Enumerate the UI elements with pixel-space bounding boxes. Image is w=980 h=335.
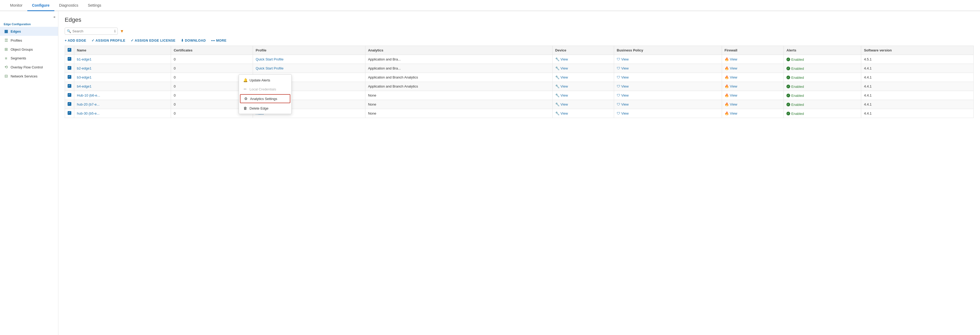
sidebar-item-edges[interactable]: ▦Edges: [0, 27, 58, 36]
row-analytics: None: [365, 91, 552, 100]
business-policy-header: Business Policy: [614, 46, 722, 55]
row-firewall: 🔥 View: [722, 109, 784, 118]
sidebar-item-object-groups[interactable]: ⊞Object Groups: [0, 45, 58, 54]
firewall-view-btn[interactable]: 🔥 View: [725, 66, 737, 70]
row-firewall: 🔥 View: [722, 64, 784, 73]
row-business-policy: 🛡 View: [614, 91, 722, 100]
sidebar-item-network-services[interactable]: ⊟Network Services: [0, 72, 58, 81]
top-nav-item-settings[interactable]: Settings: [83, 0, 106, 11]
edges-table: Name Certificates Profile Analytics Devi…: [65, 46, 974, 118]
download-button[interactable]: ⬇ DOWNLOAD: [181, 38, 206, 42]
row-name-link[interactable]: hub-30 (b5-e...: [77, 112, 99, 115]
alerts-enabled-badge: ✓ Enabled: [786, 67, 804, 70]
row-business-policy: 🛡 View: [614, 73, 722, 82]
top-nav-item-configure[interactable]: Configure: [27, 0, 54, 11]
sidebar-item-profiles[interactable]: ☰Profiles: [0, 36, 58, 45]
row-name-link[interactable]: b2-edge1: [77, 66, 91, 70]
business-policy-view-btn[interactable]: 🛡 View: [617, 57, 629, 61]
sidebar-item-segments[interactable]: ≡Segments: [0, 54, 58, 62]
enabled-dot: ✓: [786, 103, 790, 106]
row-profile: Quick Start Profile: [253, 64, 365, 73]
collapse-icon[interactable]: «: [54, 15, 56, 19]
shield-icon: 🛡: [617, 66, 620, 70]
row-checkbox[interactable]: [68, 84, 71, 88]
row-analytics: Application and Branch Analytics: [365, 73, 552, 82]
row-name-link[interactable]: Hub-10 (b6-e...: [77, 93, 100, 97]
row-alerts: ✓ Enabled: [784, 109, 861, 118]
row-name-link[interactable]: b3-edge1: [77, 75, 91, 79]
filter-icon[interactable]: ▼: [120, 29, 124, 34]
row-profile-link[interactable]: Quick Start Profile: [256, 57, 283, 61]
row-name-link[interactable]: b1-edge1: [77, 57, 91, 61]
top-nav-item-monitor[interactable]: Monitor: [5, 0, 27, 11]
business-policy-view-btn[interactable]: 🛡 View: [617, 85, 629, 88]
row-profile-link[interactable]: Quick Start Profile: [256, 66, 283, 70]
business-policy-view-btn[interactable]: 🛡 View: [617, 112, 629, 115]
row-checkbox[interactable]: [68, 57, 71, 61]
row-name-link[interactable]: b4-edge1: [77, 85, 91, 88]
device-view-btn[interactable]: 🔧 View: [555, 57, 568, 61]
business-policy-view-btn[interactable]: 🛡 View: [617, 66, 629, 70]
device-view-btn[interactable]: 🔧 View: [555, 75, 568, 79]
table-row: b1-edge10Quick Start ProfileApplication …: [65, 55, 974, 64]
business-policy-view-btn[interactable]: 🛡 View: [617, 93, 629, 97]
firewall-view-btn[interactable]: 🔥 View: [725, 93, 737, 97]
row-checkbox[interactable]: [68, 75, 71, 79]
row-name: b3-edge1: [74, 73, 171, 82]
device-view-btn[interactable]: 🔧 View: [555, 85, 568, 88]
row-name: hub-30 (b5-e...: [74, 109, 171, 118]
row-checkbox[interactable]: [68, 93, 71, 97]
select-all-checkbox[interactable]: [68, 48, 71, 52]
row-checkbox[interactable]: [68, 102, 71, 106]
context-dropdown-menu: 🔔Update Alerts✏Local Credentials⚙Analyti…: [239, 74, 292, 114]
device-view-btn[interactable]: 🔧 View: [555, 93, 568, 97]
device-view-btn[interactable]: 🔧 View: [555, 102, 568, 106]
dropdown-item-update-alerts[interactable]: 🔔Update Alerts: [239, 76, 291, 85]
row-device: 🔧 View: [552, 100, 614, 109]
fire-icon: 🔥: [725, 57, 729, 61]
firewall-view-btn[interactable]: 🔥 View: [725, 112, 737, 115]
row-checkbox[interactable]: [68, 66, 71, 70]
assign-profile-button[interactable]: ✓ ASSIGN PROFILE: [91, 38, 126, 42]
fire-icon: 🔥: [725, 112, 729, 115]
search-input[interactable]: [65, 27, 118, 35]
shield-icon: 🛡: [617, 112, 620, 115]
fire-icon: 🔥: [725, 66, 729, 70]
row-device: 🔧 View: [552, 109, 614, 118]
firewall-view-btn[interactable]: 🔥 View: [725, 57, 737, 61]
row-alerts: ✓ Enabled: [784, 91, 861, 100]
dropdown-item-label-delete-edge: Delete Edge: [250, 106, 269, 110]
dropdown-item-delete-edge[interactable]: 🗑Delete Edge: [239, 104, 291, 113]
info-icon[interactable]: ℹ: [114, 29, 116, 33]
device-view-btn[interactable]: 🔧 View: [555, 66, 568, 70]
row-alerts: ✓ Enabled: [784, 55, 861, 64]
wrench-icon: 🔧: [555, 75, 560, 79]
firewall-view-btn[interactable]: 🔥 View: [725, 75, 737, 79]
row-certificates: 0: [171, 64, 253, 73]
business-policy-view-btn[interactable]: 🛡 View: [617, 75, 629, 79]
device-view-btn[interactable]: 🔧 View: [555, 112, 568, 115]
more-button[interactable]: ••• MORE: [211, 39, 226, 42]
business-policy-view-btn[interactable]: 🛡 View: [617, 102, 629, 106]
firewall-view-btn[interactable]: 🔥 View: [725, 102, 737, 106]
top-nav-item-diagnostics[interactable]: Diagnostics: [54, 0, 83, 11]
row-checkbox[interactable]: [68, 111, 71, 115]
row-checkbox-cell: [65, 73, 74, 82]
row-name-link[interactable]: hub-20 (b7-e...: [77, 102, 99, 106]
shield-icon: 🛡: [617, 75, 620, 79]
row-device: 🔧 View: [552, 82, 614, 91]
sidebar-item-label-object-groups: Object Groups: [11, 48, 33, 51]
add-edge-button[interactable]: + ADD EDGE: [65, 39, 86, 42]
profile-header: Profile: [253, 46, 365, 55]
enabled-dot: ✓: [786, 94, 790, 97]
sidebar-item-label-network-services: Network Services: [11, 74, 37, 78]
alerts-header: Alerts: [784, 46, 861, 55]
sidebar-collapse-btn[interactable]: «: [0, 14, 58, 21]
firewall-view-btn[interactable]: 🔥 View: [725, 85, 737, 88]
assign-edge-license-button[interactable]: ✓ ASSIGN EDGE LICENSE: [131, 38, 175, 42]
enabled-dot: ✓: [786, 112, 790, 115]
dropdown-item-analytics-settings[interactable]: ⚙Analytics Settings: [240, 94, 290, 103]
sidebar-item-overlay-flow-control[interactable]: ⟲Overlay Flow Control: [0, 62, 58, 72]
row-name: hub-20 (b7-e...: [74, 100, 171, 109]
certificates-header: Certificates: [171, 46, 253, 55]
